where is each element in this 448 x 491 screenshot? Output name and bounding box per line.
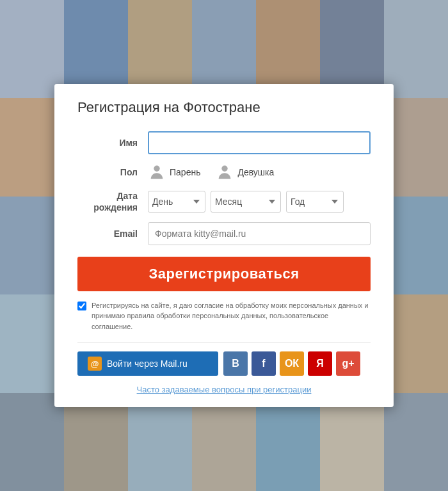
gender-male-label: Парень bbox=[170, 167, 200, 177]
bg-cell bbox=[384, 197, 448, 294]
yandex-login-button[interactable]: Я bbox=[308, 351, 332, 376]
date-selects: День Месяц Год bbox=[148, 191, 344, 213]
bg-cell bbox=[256, 393, 320, 491]
gender-options: Парень Девушка bbox=[148, 163, 274, 181]
gender-row: Пол Парень Девушка bbox=[77, 163, 371, 181]
vk-login-button[interactable]: В bbox=[223, 351, 248, 376]
mailru-btn-label: Войти через Mail.ru bbox=[107, 358, 188, 369]
gender-male-option[interactable]: Парень bbox=[148, 163, 200, 181]
gender-female-label: Девушка bbox=[237, 167, 274, 177]
name-input[interactable] bbox=[148, 131, 371, 154]
mailru-login-button[interactable]: @ Войти через Mail.ru bbox=[77, 351, 218, 376]
dob-row: Дата рождения День Месяц Год bbox=[77, 190, 371, 213]
svg-point-1 bbox=[222, 165, 228, 171]
bg-cell bbox=[384, 98, 448, 196]
register-button[interactable]: Зарегистрироваться bbox=[77, 257, 371, 291]
year-select[interactable]: Год bbox=[286, 191, 344, 213]
mailru-icon: @ bbox=[88, 357, 102, 371]
odnoklassniki-login-button[interactable]: ОК bbox=[280, 351, 304, 376]
day-select[interactable]: День bbox=[148, 191, 205, 213]
social-icons: В f ОК Я g+ bbox=[223, 351, 360, 376]
consent-row: Регистрируясь на сайте, я даю согласие н… bbox=[77, 300, 371, 332]
bg-cell bbox=[0, 393, 64, 491]
googleplus-login-button[interactable]: g+ bbox=[336, 351, 360, 376]
svg-point-0 bbox=[154, 165, 159, 171]
divider bbox=[77, 342, 371, 342]
email-input[interactable] bbox=[148, 222, 371, 245]
gender-label: Пол bbox=[77, 167, 148, 177]
bg-cell bbox=[192, 393, 256, 491]
bg-cell bbox=[320, 393, 384, 491]
name-row: Имя bbox=[77, 131, 371, 154]
name-label: Имя bbox=[77, 138, 148, 148]
month-select[interactable]: Месяц bbox=[211, 191, 281, 213]
page-title: Регистрация на Фотостране bbox=[77, 99, 371, 116]
email-row: Email bbox=[77, 222, 371, 245]
bg-cell bbox=[64, 393, 128, 491]
registration-card: Регистрация на Фотостране Имя Пол Парень… bbox=[54, 84, 394, 408]
gender-female-option[interactable]: Девушка bbox=[216, 163, 274, 181]
bg-cell bbox=[384, 294, 448, 392]
faq-link[interactable]: Часто задаваемые вопросы при регистрации bbox=[77, 385, 371, 394]
facebook-login-button[interactable]: f bbox=[252, 351, 276, 376]
person-male-icon bbox=[148, 163, 166, 181]
consent-checkbox[interactable] bbox=[77, 302, 86, 310]
consent-text: Регистрируясь на сайте, я даю согласие н… bbox=[92, 300, 371, 332]
bg-cell bbox=[384, 393, 448, 491]
bg-cell bbox=[0, 0, 64, 98]
social-row: @ Войти через Mail.ru В f ОК Я g+ bbox=[77, 351, 371, 376]
email-label: Email bbox=[77, 229, 148, 239]
person-female-icon bbox=[216, 163, 234, 181]
bg-cell bbox=[128, 393, 192, 491]
bg-cell bbox=[384, 0, 448, 98]
dob-label: Дата рождения bbox=[77, 190, 148, 213]
